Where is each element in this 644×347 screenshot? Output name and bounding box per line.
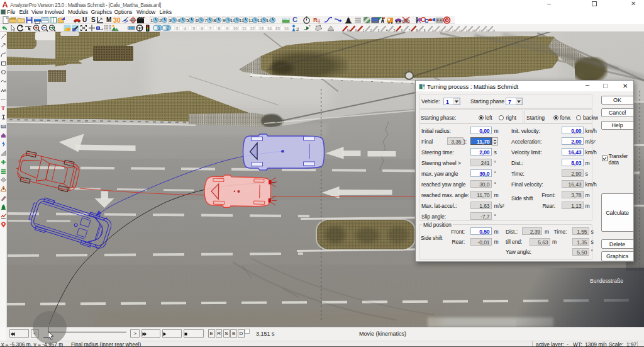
svg-text:19: 19 [492, 28, 495, 31]
svg-text:3: 3 [175, 26, 178, 31]
svg-text:16: 16 [284, 26, 288, 31]
svg-text:2: 2 [167, 26, 169, 30]
svg-text:15: 15 [275, 26, 280, 31]
svg-text:14: 14 [267, 26, 272, 31]
svg-text:9: 9 [226, 26, 229, 31]
svg-text:4: 4 [184, 26, 187, 31]
svg-text:12: 12 [250, 26, 255, 31]
svg-text:5: 5 [192, 26, 195, 31]
svg-text:7: 7 [209, 26, 212, 31]
svg-text:13: 13 [258, 26, 263, 31]
svg-text:2: 2 [296, 26, 299, 31]
svg-text:8: 8 [218, 26, 220, 31]
svg-text:1: 1 [158, 26, 160, 30]
svg-text:6: 6 [201, 26, 204, 31]
svg-text:11: 11 [242, 26, 247, 31]
svg-text:T: T [1, 105, 5, 111]
svg-text:10: 10 [233, 26, 238, 31]
